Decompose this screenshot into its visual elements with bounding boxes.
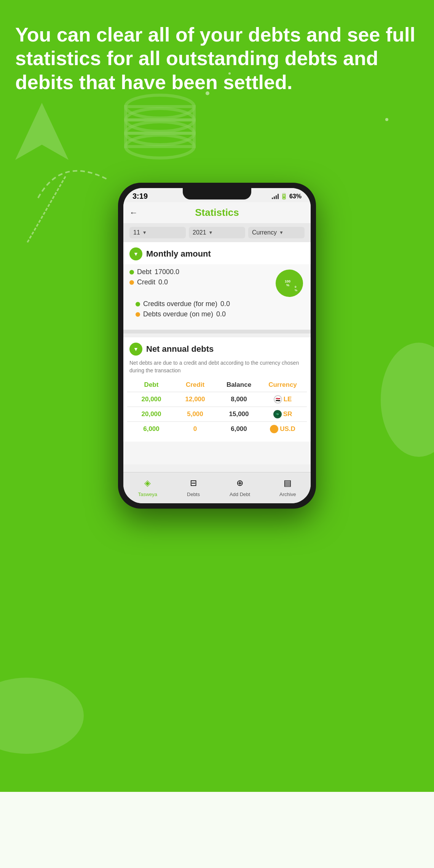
- row1-currency: 🇪🇬 LE: [261, 395, 305, 404]
- phone-screen: 3:19 🔋 63% ← Statistics: [123, 188, 311, 503]
- col-header-currency: Currency: [261, 381, 305, 389]
- phone-mockup: 3:19 🔋 63% ← Statistics: [118, 183, 316, 509]
- add-debt-icon: ⊕: [233, 476, 247, 490]
- annual-table: Debt Credit Balance Currency 20,000 12,0…: [123, 378, 311, 436]
- col-header-debt: Debt: [129, 381, 173, 389]
- annual-section-icon: ▼: [129, 343, 142, 356]
- content-spacer: [123, 442, 311, 464]
- filter-year-arrow: ▼: [209, 230, 213, 235]
- credits-overdue-dot: [136, 302, 140, 306]
- status-icons: 🔋 63%: [272, 193, 302, 200]
- phone-notch: [183, 188, 251, 199]
- monthly-left: Debt 17000.0 Credit 0.0: [129, 268, 274, 289]
- nav-tasweya-label: Tasweya: [138, 491, 157, 497]
- nav-add-debt-label: Add Debt: [230, 491, 250, 497]
- table-row: 6,000 0 6,000 $ US.D: [127, 421, 307, 436]
- credits-overdue-label: Credits overdue (for me): [143, 300, 217, 308]
- nav-tasweya[interactable]: ◈ Tasweya: [138, 476, 157, 497]
- debts-overdue-value: 0.0: [216, 310, 226, 318]
- row3-currency: $ US.D: [261, 425, 305, 433]
- debts-overdue-label: Debts overdue (on me): [143, 310, 213, 318]
- credit-legend-value: 0.0: [158, 278, 168, 286]
- row2-balance: 15,000: [217, 410, 261, 418]
- annual-description: Net debts are due to a credit and debt a…: [123, 359, 311, 378]
- filter-month[interactable]: 11 ▼: [129, 227, 186, 238]
- row3-balance: 6,000: [217, 425, 261, 433]
- nav-add-debt[interactable]: ⊕ Add Debt: [230, 476, 250, 497]
- row3-currency-code: US.D: [280, 425, 295, 433]
- battery-icon: 🔋: [280, 193, 288, 200]
- filter-currency-arrow: ▼: [279, 230, 284, 235]
- svg-text:%: %: [286, 283, 289, 287]
- annual-section: ▼ Net annual debts Net debts are due to …: [123, 337, 311, 442]
- debts-icon: ⊟: [187, 476, 200, 490]
- filter-year-label: 2021: [193, 229, 206, 236]
- debts-overdue-row: Debts overdue (on me) 0.0: [136, 310, 298, 318]
- annual-section-header: ▼ Net annual debts: [123, 337, 311, 359]
- credits-overdue-row: Credits overdue (for me) 0.0: [136, 300, 298, 308]
- row1-flag: 🇪🇬: [274, 395, 282, 404]
- filter-month-arrow: ▼: [142, 230, 147, 235]
- bottom-nav: ◈ Tasweya ⊟ Debts ⊕ Add Debt ▤ Archive: [123, 472, 311, 503]
- row1-credit: 12,000: [173, 395, 217, 404]
- filter-currency[interactable]: Currency ▼: [248, 227, 305, 238]
- row3-flag: $: [270, 425, 278, 433]
- col-header-credit: Credit: [173, 381, 217, 389]
- monthly-section-header: ▼ Monthly amount: [123, 242, 311, 264]
- nav-debts[interactable]: ⊟ Debts: [187, 476, 200, 497]
- col-header-balance: Balance: [217, 381, 261, 389]
- nav-debts-label: Debts: [187, 491, 200, 497]
- monthly-row: Debt 17000.0 Credit 0.0: [129, 268, 305, 298]
- signal-icon: [272, 194, 279, 199]
- nav-archive-label: Archive: [279, 491, 296, 497]
- headline: You can clear all of your debts and see …: [15, 23, 419, 94]
- monthly-section-title: Monthly amount: [146, 249, 211, 259]
- debt-legend-row: Debt 17000.0: [129, 268, 274, 276]
- filter-year[interactable]: 2021 ▼: [189, 227, 245, 238]
- svg-text:100: 100: [285, 279, 290, 283]
- credit-legend-label: Credit: [137, 278, 155, 286]
- app-header: ← Statistics: [123, 202, 311, 223]
- row3-credit: 0: [173, 425, 217, 433]
- phone-outer-frame: 3:19 🔋 63% ← Statistics: [118, 183, 316, 509]
- row1-currency-code: LE: [284, 396, 292, 403]
- credit-legend-row: Credit 0.0: [129, 278, 274, 286]
- tasweya-icon: ◈: [141, 476, 155, 490]
- table-row: 20,000 12,000 8,000 🇪🇬 LE: [127, 392, 307, 407]
- row3-debt: 6,000: [129, 425, 173, 433]
- monthly-content: Debt 17000.0 Credit 0.0: [123, 264, 311, 330]
- bottom-white-bar: [0, 792, 434, 868]
- back-button[interactable]: ←: [129, 208, 138, 218]
- battery-percent: 63%: [289, 193, 302, 200]
- row2-credit: 5,000: [173, 410, 217, 418]
- status-time: 3:19: [132, 192, 148, 201]
- monthly-section-icon: ▼: [129, 247, 142, 260]
- row2-currency: 🇸🇦 SR: [261, 410, 305, 418]
- annual-section-title: Net annual debts: [146, 344, 214, 354]
- row1-debt: 20,000: [129, 395, 173, 404]
- section-divider: [123, 330, 311, 333]
- overdue-section: Credits overdue (for me) 0.0 Debts overd…: [129, 298, 305, 324]
- filter-month-label: 11: [133, 229, 140, 236]
- debt-legend-value: 17000.0: [155, 268, 179, 276]
- row2-currency-code: SR: [283, 410, 292, 418]
- pie-chart: 100 % 0 %: [274, 268, 305, 298]
- debt-dot: [129, 270, 134, 274]
- nav-archive[interactable]: ▤ Archive: [279, 476, 296, 497]
- svg-text:%: %: [295, 289, 297, 292]
- credit-dot: [129, 280, 134, 285]
- app-title: Statistics: [195, 207, 239, 219]
- debts-overdue-dot: [136, 312, 140, 317]
- svg-text:0: 0: [295, 285, 297, 289]
- monthly-section: ▼ Monthly amount Debt 17000.0: [123, 242, 311, 330]
- table-header-row: Debt Credit Balance Currency: [127, 378, 307, 392]
- table-row: 20,000 5,000 15,000 🇸🇦 SR: [127, 407, 307, 421]
- archive-icon: ▤: [281, 476, 295, 490]
- filter-row: 11 ▼ 2021 ▼ Currency ▼: [123, 223, 311, 242]
- row2-flag: 🇸🇦: [273, 410, 282, 418]
- row1-balance: 8,000: [217, 395, 261, 404]
- filter-currency-label: Currency: [252, 229, 277, 236]
- row2-debt: 20,000: [129, 410, 173, 418]
- credits-overdue-value: 0.0: [220, 300, 230, 308]
- debt-legend-label: Debt: [137, 268, 152, 276]
